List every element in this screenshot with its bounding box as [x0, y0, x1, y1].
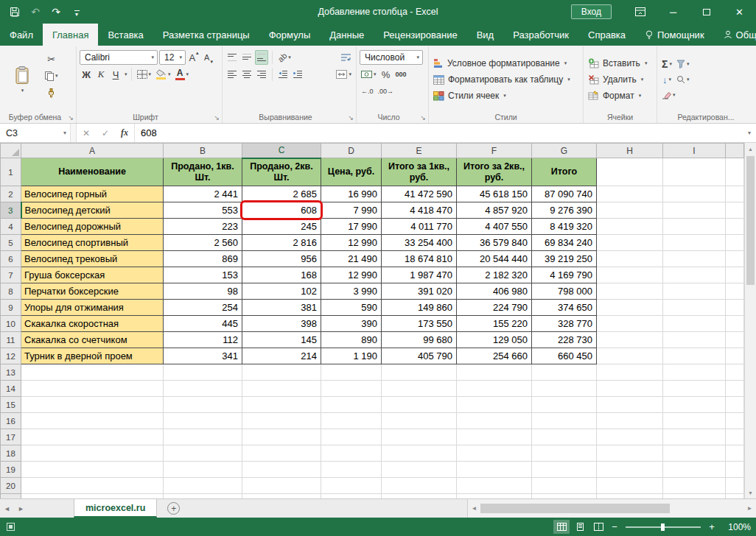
cell[interactable] [532, 397, 597, 413]
cell[interactable]: Скакалка скоростная [21, 316, 164, 332]
delete-cells-button[interactable]: Удалить ▾ [587, 72, 654, 88]
cell[interactable] [597, 332, 663, 348]
row-header-6[interactable]: 6 [1, 251, 21, 267]
cut-button[interactable]: ✂ [43, 52, 60, 66]
cell[interactable]: Велосипед детский [21, 202, 164, 219]
row-header-20[interactable]: 20 [1, 478, 21, 494]
tab-formulas[interactable]: Формулы [259, 24, 321, 46]
cell[interactable]: 20 544 440 [457, 251, 532, 267]
alignment-dialog-launcher-icon[interactable]: ↘ [348, 115, 354, 121]
cell[interactable]: 8 419 320 [532, 219, 597, 235]
column-header-E[interactable]: E [382, 144, 457, 158]
cell[interactable]: 398 [242, 316, 321, 332]
cell-styles-button[interactable]: Стили ячеек ▾ [432, 88, 580, 104]
row-header-7[interactable]: 7 [1, 267, 21, 283]
cell[interactable] [382, 494, 457, 499]
cell[interactable] [597, 478, 663, 494]
cell[interactable] [663, 267, 726, 283]
cell[interactable] [321, 445, 382, 462]
number-dialog-launcher-icon[interactable]: ↘ [420, 115, 426, 121]
cell[interactable] [242, 445, 321, 462]
cell[interactable] [663, 478, 726, 494]
cell[interactable]: 4 169 790 [532, 267, 597, 283]
zoom-in-button[interactable]: + [706, 521, 718, 532]
cell[interactable] [457, 494, 532, 499]
cell[interactable] [532, 462, 597, 478]
cell[interactable] [726, 332, 744, 348]
scroll-right-icon[interactable]: ► [743, 505, 756, 512]
cell[interactable]: Скакалка со счетчиком [21, 332, 164, 348]
sheet-tab-microexcel[interactable]: microexcel.ru [74, 499, 157, 518]
cell[interactable]: 129 050 [457, 332, 532, 348]
tab-insert[interactable]: Вставка [98, 24, 153, 46]
fill-color-button[interactable]: ▾ [154, 67, 172, 82]
cell[interactable]: 102 [242, 283, 321, 300]
cell[interactable]: 4 011 770 [382, 219, 457, 235]
row-header-18[interactable]: 18 [1, 445, 21, 462]
table-header-cell[interactable]: Наименование [21, 158, 164, 186]
tab-assistant[interactable]: Помощник [635, 24, 714, 46]
copy-button[interactable]: ▾ [43, 68, 60, 83]
font-color-button[interactable]: А ▾ [174, 67, 191, 82]
cell[interactable]: 3 990 [321, 283, 382, 300]
enter-formula-button[interactable]: ✓ [96, 124, 115, 142]
font-size-select[interactable]: 12▾ [159, 50, 186, 65]
cell[interactable] [663, 381, 726, 397]
close-button[interactable]: ✕ [723, 0, 756, 24]
cell[interactable] [242, 364, 321, 381]
cell[interactable] [21, 397, 164, 413]
tab-page-layout[interactable]: Разметка страницы [153, 24, 259, 46]
cell[interactable]: 956 [242, 251, 321, 267]
cell[interactable] [726, 445, 744, 462]
cell[interactable] [164, 478, 242, 494]
cell[interactable]: 2 685 [242, 186, 321, 202]
column-header-F[interactable]: F [457, 144, 532, 158]
cell[interactable] [457, 478, 532, 494]
cell[interactable]: 406 980 [457, 283, 532, 300]
borders-button[interactable]: ▾ [136, 67, 153, 82]
cell[interactable] [663, 348, 726, 364]
cell[interactable] [21, 413, 164, 429]
align-bottom-button[interactable] [255, 50, 268, 65]
normal-view-button[interactable] [553, 520, 570, 534]
fill-button[interactable]: ↓▾ [660, 72, 673, 87]
sign-in-button[interactable]: Вход [571, 4, 612, 19]
font-dialog-launcher-icon[interactable]: ↘ [214, 115, 220, 121]
maximize-button[interactable] [690, 0, 723, 24]
cell[interactable] [21, 445, 164, 462]
cell[interactable]: 17 990 [321, 219, 382, 235]
cell[interactable] [597, 202, 663, 219]
cell[interactable] [242, 462, 321, 478]
cell[interactable]: 223 [164, 219, 242, 235]
cell[interactable] [164, 462, 242, 478]
cell[interactable] [321, 478, 382, 494]
horizontal-scrollbar-thumb[interactable] [480, 504, 670, 513]
cell[interactable]: 149 860 [382, 300, 457, 316]
row-header-12[interactable]: 12 [1, 348, 21, 364]
cell[interactable] [532, 413, 597, 429]
chevron-down-icon[interactable]: ▾ [63, 130, 66, 136]
cell[interactable]: Груша боксерская [21, 267, 164, 283]
cell[interactable]: 374 650 [532, 300, 597, 316]
cell[interactable]: 98 [164, 283, 242, 300]
cell[interactable] [242, 381, 321, 397]
cell[interactable] [457, 445, 532, 462]
cell[interactable] [321, 413, 382, 429]
selected-cell[interactable]: 608 [242, 202, 321, 219]
zoom-level[interactable]: 100% [720, 522, 751, 532]
align-center-button[interactable] [240, 67, 253, 82]
cell[interactable]: 69 834 240 [532, 235, 597, 251]
cell[interactable] [382, 413, 457, 429]
row-header-2[interactable]: 2 [1, 186, 21, 202]
cell[interactable]: 2 441 [164, 186, 242, 202]
cell[interactable]: 145 [242, 332, 321, 348]
table-header-cell[interactable]: Итого за 2кв., руб. [457, 158, 532, 186]
tab-developer[interactable]: Разработчик [503, 24, 578, 46]
cell[interactable]: 9 276 390 [532, 202, 597, 219]
cell[interactable] [726, 267, 744, 283]
orientation-button[interactable]: ab▾ [276, 50, 293, 65]
tab-home[interactable]: Главная [43, 24, 98, 46]
cell[interactable] [242, 413, 321, 429]
add-sheet-button[interactable]: + [167, 502, 180, 515]
cell[interactable] [321, 462, 382, 478]
